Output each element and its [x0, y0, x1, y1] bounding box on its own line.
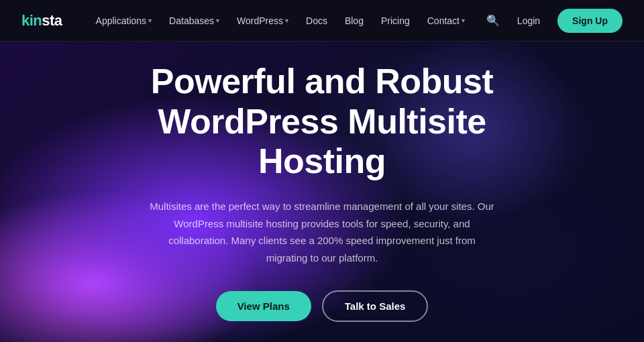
nav-item-docs[interactable]: Docs	[299, 11, 334, 30]
hero-section: Powerful and Robust WordPress Multisite …	[0, 42, 644, 342]
hero-title: Powerful and Robust WordPress Multisite …	[121, 62, 523, 182]
nav-item-databases[interactable]: Databases ▾	[162, 11, 226, 30]
nav-item-pricing[interactable]: Pricing	[374, 11, 417, 30]
signup-button[interactable]: Sign Up	[557, 9, 623, 33]
chevron-down-icon: ▾	[462, 17, 465, 24]
hero-subtitle: Multisites are the perfect way to stream…	[148, 198, 496, 266]
logo[interactable]: kinsta	[21, 12, 62, 30]
chevron-down-icon: ▾	[148, 17, 152, 24]
hero-buttons: View Plans Talk to Sales	[121, 290, 523, 322]
chevron-down-icon: ▾	[216, 17, 219, 24]
talk-to-sales-button[interactable]: Talk to Sales	[322, 290, 429, 322]
nav-item-contact[interactable]: Contact ▾	[421, 11, 472, 30]
nav-item-wordpress[interactable]: WordPress ▾	[230, 11, 295, 30]
nav-item-blog[interactable]: Blog	[338, 11, 370, 30]
nav-item-applications[interactable]: Applications ▾	[89, 11, 159, 30]
navbar: kinsta Applications ▾ Databases ▾ WordPr…	[0, 0, 644, 42]
search-icon[interactable]: 🔍	[486, 14, 500, 27]
hero-content: Powerful and Robust WordPress Multisite …	[94, 62, 550, 322]
nav-right: 🔍 Login Sign Up	[486, 9, 623, 33]
login-button[interactable]: Login	[511, 11, 547, 30]
nav-links: Applications ▾ Databases ▾ WordPress ▾ D…	[89, 11, 486, 30]
chevron-down-icon: ▾	[285, 17, 288, 24]
view-plans-button[interactable]: View Plans	[216, 291, 311, 321]
